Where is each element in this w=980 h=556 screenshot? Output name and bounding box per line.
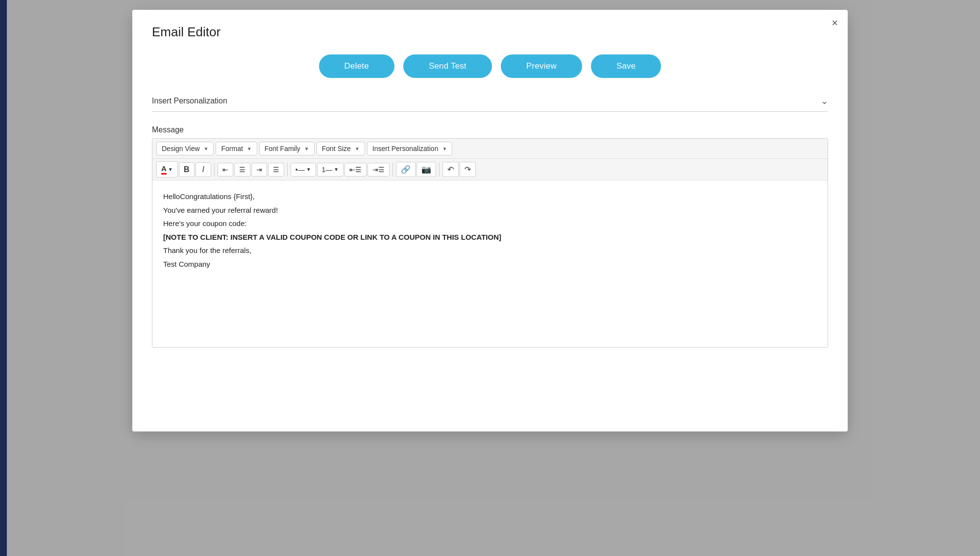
editor-line-2: You've earned your referral reward! (163, 204, 817, 217)
editor-container: Design View ▼ Format ▼ Font Family ▼ Fon… (152, 138, 828, 348)
align-left-button[interactable]: ⇤ (218, 163, 233, 177)
redo-button[interactable]: ↷ (460, 162, 476, 177)
bold-button[interactable]: B (179, 162, 195, 177)
image-icon: 📷 (421, 165, 431, 174)
editor-line-1: HelloCongratulations {First}, (163, 190, 817, 203)
save-button[interactable]: Save (591, 54, 662, 78)
design-view-dropdown[interactable]: Design View ▼ (156, 142, 214, 155)
insert-personalization-arrow-icon: ▼ (442, 146, 447, 152)
align-left-icon: ⇤ (222, 166, 228, 174)
align-right-button[interactable]: ⇥ (251, 163, 267, 177)
editor-line-6: Test Company (163, 258, 817, 271)
send-test-button[interactable]: Send Test (403, 54, 492, 78)
preview-button[interactable]: Preview (501, 54, 582, 78)
link-icon: 🔗 (401, 165, 411, 174)
chevron-down-icon: ⌄ (821, 96, 828, 106)
undo-icon: ↶ (447, 165, 454, 174)
font-family-dropdown[interactable]: Font Family ▼ (259, 142, 315, 155)
toolbar-top: Design View ▼ Format ▼ Font Family ▼ Fon… (152, 139, 828, 159)
link-button[interactable]: 🔗 (396, 162, 416, 177)
align-center-button[interactable]: ☰ (234, 163, 250, 177)
message-section-label: Message (152, 126, 828, 134)
editor-content-area[interactable]: HelloCongratulations {First}, You've ear… (152, 180, 828, 347)
italic-icon: I (202, 165, 204, 174)
font-color-dropdown-icon: ▼ (168, 167, 173, 172)
insert-personalization-row[interactable]: Insert Personalization ⌄ (152, 96, 828, 112)
italic-button[interactable]: I (196, 162, 211, 177)
font-family-label: Font Family (265, 145, 300, 152)
ul-arrow-icon: ▼ (306, 167, 311, 172)
increase-indent-button[interactable]: ⇥☰ (368, 163, 390, 177)
editor-line-4: [NOTE TO CLIENT: INSERT A VALID COUPON C… (163, 231, 817, 244)
bold-icon: B (184, 165, 190, 174)
ordered-list-icon: 1— (322, 166, 333, 174)
separator-3 (392, 163, 393, 177)
ol-arrow-icon: ▼ (334, 167, 339, 172)
redo-icon: ↷ (465, 165, 471, 174)
decrease-indent-icon: ⇤☰ (349, 166, 362, 174)
align-right-icon: ⇥ (256, 166, 262, 174)
modal-title: Email Editor (152, 25, 828, 40)
unordered-list-button[interactable]: •— ▼ (291, 163, 316, 177)
insert-personalization-label: Insert Personalization (152, 97, 227, 105)
font-color-a-icon: A (161, 164, 167, 175)
design-view-arrow-icon: ▼ (204, 146, 209, 152)
font-family-arrow-icon: ▼ (304, 146, 309, 152)
insert-personalization-toolbar-label: Insert Personalization (372, 145, 439, 152)
undo-button[interactable]: ↶ (442, 162, 459, 177)
insert-personalization-toolbar-dropdown[interactable]: Insert Personalization ▼ (367, 142, 453, 155)
delete-button[interactable]: Delete (319, 54, 394, 78)
action-buttons-row: Delete Send Test Preview Save (152, 54, 828, 78)
format-label: Format (221, 145, 243, 152)
ordered-list-button[interactable]: 1— ▼ (317, 163, 344, 177)
email-editor-modal: × Email Editor Delete Send Test Preview … (132, 10, 848, 431)
font-size-label: Font Size (322, 145, 351, 152)
unordered-list-icon: •— (295, 166, 305, 174)
close-button[interactable]: × (832, 18, 838, 28)
format-arrow-icon: ▼ (247, 146, 252, 152)
design-view-label: Design View (162, 145, 200, 152)
justify-icon: ☰ (273, 166, 279, 174)
format-dropdown[interactable]: Format ▼ (216, 142, 257, 155)
editor-line-3: Here's your coupon code: (163, 217, 817, 230)
align-center-icon: ☰ (239, 166, 245, 174)
editor-line-5: Thank you for the referrals, (163, 244, 817, 257)
separator-2 (287, 163, 288, 177)
separator-4 (439, 163, 440, 177)
justify-button[interactable]: ☰ (268, 163, 284, 177)
font-size-arrow-icon: ▼ (355, 146, 360, 152)
separator-1 (214, 163, 215, 177)
decrease-indent-button[interactable]: ⇤☰ (344, 163, 367, 177)
modal-overlay: × Email Editor Delete Send Test Preview … (0, 0, 980, 556)
font-color-button[interactable]: A ▼ (156, 161, 178, 177)
toolbar-bottom: A ▼ B I ⇤ ☰ (152, 159, 828, 180)
image-button[interactable]: 📷 (416, 162, 436, 177)
increase-indent-icon: ⇥☰ (372, 166, 385, 174)
font-size-dropdown[interactable]: Font Size ▼ (317, 142, 365, 155)
